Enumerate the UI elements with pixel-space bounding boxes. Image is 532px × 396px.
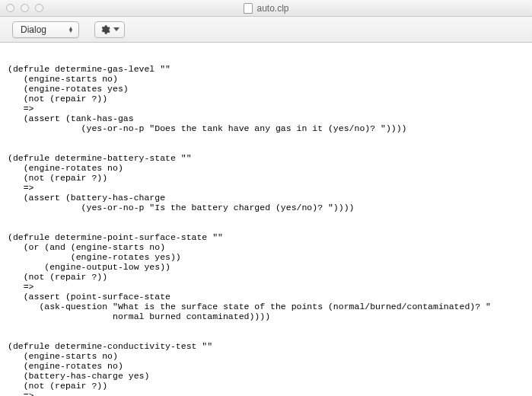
traffic-lights	[6, 4, 43, 12]
rule-block: (defrule determine-battery-state "" (eng…	[8, 153, 524, 212]
window-title-area: auto.clp	[243, 3, 288, 14]
chevron-down-icon	[113, 27, 119, 31]
rule-block: (defrule determine-gas-level "" (engine-…	[8, 64, 524, 133]
toolbar: Dialog ▲▼	[0, 17, 532, 43]
zoom-icon[interactable]	[35, 4, 43, 12]
gear-menu-button[interactable]	[94, 21, 125, 38]
minimize-icon[interactable]	[21, 4, 29, 12]
window-title: auto.clp	[256, 3, 288, 14]
close-icon[interactable]	[6, 4, 14, 12]
document-icon	[243, 3, 252, 14]
mode-select-label: Dialog	[21, 24, 46, 35]
code-editor[interactable]: (defrule determine-gas-level "" (engine-…	[0, 43, 532, 396]
updown-arrows-icon: ▲▼	[68, 27, 74, 33]
rule-block: (defrule determine-conductivity-test "" …	[8, 341, 524, 396]
gear-icon	[100, 24, 110, 35]
rule-block: (defrule determine-point-surface-state "…	[8, 232, 524, 321]
titlebar: auto.clp	[0, 0, 532, 17]
mode-select[interactable]: Dialog ▲▼	[12, 21, 79, 38]
